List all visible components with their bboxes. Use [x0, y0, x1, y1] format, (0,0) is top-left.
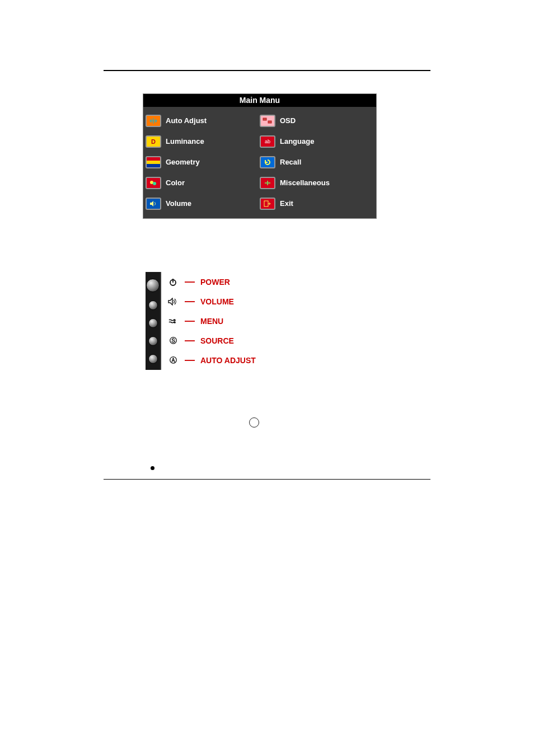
- svg-rect-4: [264, 201, 268, 206]
- power-label: POWER: [200, 272, 256, 292]
- miscellaneous-icon: [260, 177, 275, 189]
- menu-label: MENU: [200, 311, 256, 331]
- button-legend-panel: Ⓢ Ⓐ — — — — — POWER VOLUME MENU SOURCE A…: [146, 272, 430, 370]
- power-button[interactable]: [146, 279, 160, 292]
- osd-item-geometry[interactable]: Geometry: [146, 152, 260, 172]
- osd-item-exit[interactable]: Exit: [260, 193, 374, 214]
- circle-marker-wrap: [104, 417, 430, 434]
- physical-button-strip: [146, 272, 161, 370]
- circle-marker-icon: [249, 417, 259, 428]
- osd-label: Miscellaneous: [280, 179, 330, 187]
- power-icon: [166, 272, 180, 292]
- osd-item-osd[interactable]: OSD: [260, 110, 374, 131]
- svg-point-1: [153, 182, 156, 185]
- volume-label: VOLUME: [200, 292, 256, 311]
- osd-main-menu-panel: Main Manu Auto Adjust D Luminance Geomet…: [143, 93, 377, 219]
- osd-label: Exit: [280, 199, 293, 208]
- osd-label: Auto Adjust: [166, 116, 207, 125]
- osd-body: Auto Adjust D Luminance Geometry Color: [143, 107, 376, 218]
- osd-item-color[interactable]: Color: [146, 172, 260, 193]
- osd-item-miscellaneous[interactable]: Miscellaneous: [260, 172, 374, 193]
- osd-item-auto-adjust[interactable]: Auto Adjust: [146, 110, 260, 131]
- osd-item-volume[interactable]: Volume: [146, 193, 260, 214]
- osd-label: Recall: [280, 158, 301, 166]
- separator-dash: —: [185, 272, 196, 292]
- bullet-row: [151, 462, 430, 472]
- osd-icon: [260, 115, 275, 127]
- osd-item-recall[interactable]: Recall: [260, 152, 374, 172]
- separator-dash: —: [185, 350, 196, 370]
- luminance-icon: D: [146, 135, 161, 148]
- page-content: Main Manu Auto Adjust D Luminance Geomet…: [0, 0, 534, 480]
- svg-rect-3: [268, 121, 271, 123]
- svg-rect-2: [263, 118, 266, 120]
- color-icon: [146, 177, 161, 189]
- top-divider: [104, 70, 430, 71]
- speaker-icon: [166, 292, 180, 311]
- dash-strip: — — — — —: [185, 272, 196, 370]
- volume-icon: [146, 198, 161, 210]
- osd-label: Language: [280, 137, 314, 145]
- language-icon: ab: [260, 135, 275, 148]
- source-button[interactable]: [148, 336, 158, 346]
- exit-icon: [260, 198, 275, 210]
- bullet-icon: [151, 466, 154, 470]
- osd-item-luminance[interactable]: D Luminance: [146, 131, 260, 152]
- volume-button[interactable]: [148, 300, 158, 310]
- geometry-icon: [146, 156, 161, 168]
- source-label: SOURCE: [200, 331, 256, 350]
- separator-dash: —: [185, 292, 196, 311]
- osd-right-column: OSD ab Language Recall Miscellane: [260, 110, 374, 214]
- auto-adjust-icon: [146, 115, 161, 127]
- auto-adjust-label: AUTO ADJUST: [200, 350, 256, 370]
- osd-left-column: Auto Adjust D Luminance Geometry Color: [146, 110, 260, 214]
- separator-dash: —: [185, 331, 196, 350]
- osd-label: OSD: [280, 116, 296, 125]
- label-strip: POWER VOLUME MENU SOURCE AUTO ADJUST: [200, 272, 256, 370]
- osd-title: Main Manu: [240, 96, 280, 105]
- osd-title-bar: Main Manu: [143, 94, 376, 107]
- separator-dash: —: [185, 311, 196, 331]
- lower-section: [104, 417, 430, 480]
- source-icon: Ⓢ: [166, 331, 180, 350]
- auto-adjust-button[interactable]: [148, 354, 158, 364]
- osd-item-language[interactable]: ab Language: [260, 131, 374, 152]
- osd-label: Luminance: [166, 137, 204, 145]
- menu-button[interactable]: [148, 318, 158, 328]
- auto-icon: Ⓐ: [166, 350, 180, 370]
- osd-label: Volume: [166, 199, 191, 208]
- bottom-divider: [104, 479, 430, 480]
- menu-icon: [166, 311, 180, 331]
- recall-icon: [260, 156, 275, 168]
- osd-label: Color: [166, 179, 185, 187]
- osd-label: Geometry: [166, 158, 200, 166]
- symbol-strip: Ⓢ Ⓐ: [166, 272, 180, 370]
